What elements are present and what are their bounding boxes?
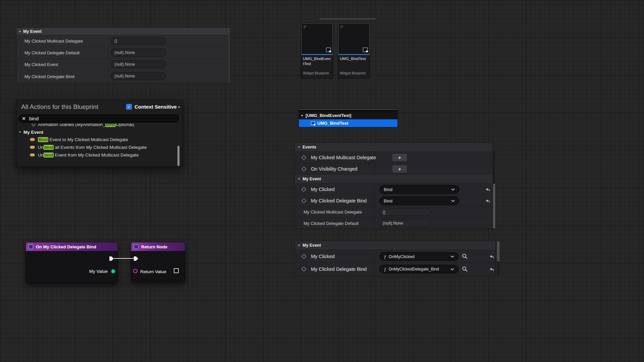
delegate-icon [30, 154, 35, 157]
asset-type: Widget Blueprint [303, 71, 329, 75]
event-label: My Clicked Multicast Delegate [311, 155, 376, 160]
property-label: My Clicked Delegate Default [304, 221, 359, 226]
action-item-bind-event[interactable]: Bind Event to My Clicked Multicast Deleg… [16, 136, 182, 143]
reset-to-default-icon[interactable] [485, 186, 491, 192]
node-on-my-clicked-delegate-bind[interactable]: On My Clicked Delegate Bind My Value [25, 242, 118, 283]
property-label: My Clicked Multicast Delegate [24, 39, 83, 44]
event-diamond-icon [302, 254, 306, 258]
clipped-list-item[interactable]: Animation Started (MyAnimation_BindOptio… [16, 124, 182, 128]
event-label: My Clicked [311, 187, 335, 192]
reset-to-default-icon[interactable] [485, 198, 491, 204]
property-value-field[interactable]: () [379, 208, 430, 216]
property-row: My Clicked Delegate Default (null).None [16, 47, 228, 59]
action-item-label: Animation Started (MyAnimation_BindOptio… [38, 124, 134, 127]
events-scrollbar[interactable] [493, 152, 495, 229]
asset-tile-umg-bindtest[interactable]: UMG_BindTest Widget Blueprint [338, 23, 370, 78]
event-row-on-visibility-changed: On Visibility Changed + [295, 163, 493, 175]
property-value-field[interactable]: (null).None [111, 60, 166, 68]
context-sensitive-checkbox[interactable]: ✓ [126, 104, 132, 110]
bind-dropdown[interactable]: Bind [379, 185, 459, 194]
graph-grid-line [121, 238, 121, 286]
property-value-field[interactable]: (null).None [379, 219, 430, 227]
category-header-my-event[interactable]: ▾ My Event [16, 28, 228, 35]
reset-to-default-icon[interactable] [489, 266, 495, 272]
value-output-pin[interactable] [111, 269, 115, 274]
graph-grid-line [20, 284, 196, 284]
graph-grid-line [196, 239, 196, 285]
chevron-down-icon [451, 188, 455, 191]
scrollbar-thumb[interactable] [497, 241, 499, 261]
check-icon: ✓ [127, 105, 130, 109]
output-pin-label: My Value [89, 269, 108, 274]
actions-menu-title: All Actions for this Blueprint [21, 103, 98, 111]
collapse-arrow-icon[interactable]: ▾ [301, 114, 303, 117]
section-title: My Event [303, 243, 321, 248]
actions-category-my-event[interactable]: ▾ My Event [16, 128, 182, 136]
content-browser-edge [319, 19, 376, 19]
return-value-checkbox[interactable] [174, 268, 179, 273]
function-icon: ƒ [384, 267, 386, 272]
browse-to-function-icon[interactable] [462, 266, 468, 272]
event-row-my-clicked-delegate-bind: My Clicked Delegate Bind Bind [295, 195, 493, 206]
exec-input-pin[interactable] [133, 256, 139, 261]
function-binding-dropdown[interactable]: ƒ OnMyClicked [379, 252, 459, 261]
widget-hierarchy-panel: ▾ [UMG_BindEventTest] UMG_BindTest [299, 109, 398, 127]
hierarchy-clipped-edge [299, 109, 397, 112]
add-event-button[interactable]: + [392, 165, 407, 173]
asset-name: UMG_BindTest [340, 56, 368, 61]
bind-dropdown[interactable]: Bind [379, 196, 459, 205]
chevron-down-icon [451, 200, 455, 202]
action-item-unbind-all[interactable]: Unbind all Events from My Clicked Multic… [16, 143, 182, 151]
result-node-icon [134, 244, 139, 249]
events-section-header[interactable]: ▾ Events [295, 143, 493, 152]
event-row-my-clicked: My Clicked Bind [295, 184, 493, 195]
bindings-scrollbar[interactable] [497, 241, 499, 276]
property-value-field[interactable]: (null).None [111, 49, 166, 57]
hierarchy-selected-label: UMG_BindTest [317, 121, 348, 126]
chevron-down-icon [450, 268, 454, 270]
actions-scrollbar-thumb[interactable] [177, 146, 179, 166]
details-panel-bindings: ▾ My Event My Clicked ƒ OnMyClicked My C… [294, 241, 496, 276]
hierarchy-root-row[interactable]: ▾ [UMG_BindEventTest] [299, 112, 397, 119]
asset-tile-umg-bindeventtest[interactable]: UMG_BindEventTest Widget Blueprint [301, 23, 333, 78]
node-title: Return Node [141, 244, 167, 249]
category-label: My Event [23, 130, 43, 135]
return-value-input-pin[interactable] [133, 269, 138, 273]
reset-to-default-icon[interactable] [489, 253, 495, 259]
widget-blueprint-icon [363, 48, 368, 52]
my-event-section-header[interactable]: ▾ My Event [295, 175, 493, 184]
scrollbar-thumb[interactable] [493, 184, 495, 229]
event-diamond-icon [302, 187, 306, 191]
hierarchy-selected-row[interactable]: UMG_BindTest [299, 119, 397, 127]
actions-list: Animation Started (MyAnimation_BindOptio… [16, 124, 182, 167]
my-event-section-header[interactable]: ▾ My Event [295, 241, 495, 250]
dropdown-value: OnMyClicked [389, 254, 415, 259]
property-value-field[interactable]: (null).None [111, 72, 166, 80]
property-value-field[interactable]: () [111, 37, 166, 45]
node-header[interactable]: Return Node [131, 242, 185, 251]
action-item-unbind-event[interactable]: Unbind Event from My Clicked Multicast D… [16, 151, 182, 159]
dropdown-value: Bind [384, 187, 392, 192]
actions-context-menu: All Actions for this Blueprint ✓ Context… [16, 100, 183, 167]
expand-chevron-icon[interactable]: ▸ [178, 104, 180, 109]
search-query-text: bind [29, 116, 39, 121]
event-diamond-icon [32, 124, 35, 126]
asset-label-area: UMG_BindTest Widget Blueprint [338, 55, 370, 77]
browse-to-function-icon[interactable] [462, 253, 468, 259]
actions-search-input[interactable]: × bind [18, 114, 179, 123]
add-event-button[interactable]: + [392, 154, 407, 162]
node-return-node[interactable]: Return Node Return Value [131, 242, 185, 282]
collapse-arrow-icon: ▾ [298, 244, 300, 247]
clear-search-icon[interactable]: × [22, 116, 25, 121]
property-label: My Clicked Multicast Delegate [304, 209, 362, 215]
property-row: My Clicked Multicast Delegate () [16, 35, 228, 47]
asset-thumbnail [338, 23, 370, 55]
event-label: My Clicked [311, 254, 335, 259]
event-row-multicast-delegate: My Clicked Multicast Delegate + [295, 152, 493, 163]
function-binding-dropdown[interactable]: ƒ OnMyClickedDelegate_Bind [379, 265, 459, 274]
exec-output-pin[interactable] [109, 256, 114, 261]
thumbnail-detail [340, 26, 343, 26]
node-header[interactable]: On My Clicked Delegate Bind [26, 242, 118, 251]
delegate-icon [30, 138, 35, 141]
dropdown-value: OnMyClickedDelegate_Bind [389, 267, 439, 272]
